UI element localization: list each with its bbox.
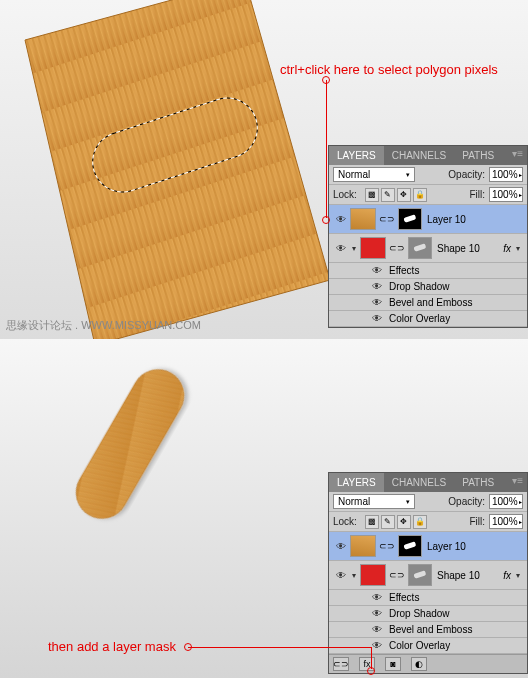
visibility-icon[interactable]: 👁 <box>333 570 349 581</box>
annotation-dot-b2 <box>367 667 375 675</box>
annotation-line-b2 <box>371 647 372 669</box>
tab-paths[interactable]: PATHS <box>454 473 502 492</box>
panel-menu-icon[interactable]: ▾≡ <box>508 146 527 165</box>
opacity-label: Opacity: <box>448 496 485 507</box>
fx-expand-icon[interactable]: ▾ <box>513 244 523 253</box>
document-canvas-bottom <box>0 339 330 678</box>
visibility-icon[interactable]: 👁 <box>369 281 385 292</box>
blend-mode-select[interactable]: Normal▾ <box>333 167 415 182</box>
lock-position-icon[interactable]: ✥ <box>397 515 411 529</box>
opacity-input[interactable]: 100%▸ <box>489 494 523 509</box>
layer-mask-thumb[interactable] <box>398 535 422 557</box>
adjustment-layer-icon[interactable]: ◐ <box>411 657 427 671</box>
visibility-icon[interactable]: 👁 <box>369 265 385 276</box>
tab-layers[interactable]: LAYERS <box>329 473 384 492</box>
layer-thumb <box>350 208 376 230</box>
layer-row-layer10[interactable]: 👁 ⊂⊃ Layer 10 <box>329 205 527 234</box>
layers-panel-top: LAYERS CHANNELS PATHS ▾≡ Normal▾ Opacity… <box>328 145 528 328</box>
layer-row-shape10[interactable]: 👁 ▾ ⊂⊃ Shape 10 fx ▾ <box>329 561 527 590</box>
svg-rect-7 <box>413 243 426 251</box>
layers-panel-bottom: LAYERS CHANNELS PATHS ▾≡ Normal▾ Opacity… <box>328 472 528 674</box>
layer-name[interactable]: Layer 10 <box>427 541 523 552</box>
visibility-icon[interactable]: 👁 <box>333 214 349 225</box>
layer-mask-thumb[interactable] <box>398 208 422 230</box>
effect-bevel-emboss[interactable]: 👁 Bevel and Emboss <box>329 622 527 638</box>
effect-color-overlay[interactable]: 👁 Color Overlay <box>329 311 527 327</box>
effects-row[interactable]: 👁 Effects <box>329 263 527 279</box>
mask-link-icon[interactable]: ⊂⊃ <box>387 243 407 253</box>
layer-name[interactable]: Shape 10 <box>437 243 503 254</box>
lock-pixels-icon[interactable]: ✎ <box>381 188 395 202</box>
expand-icon[interactable]: ▾ <box>349 571 359 580</box>
annotation-dot-b1 <box>184 643 192 651</box>
lock-all-icon[interactable]: 🔒 <box>413 188 427 202</box>
layer-thumb <box>350 535 376 557</box>
panel-menu-icon[interactable]: ▾≡ <box>508 473 527 492</box>
watermark-top: 思缘设计论坛 . WWW.MISSYUAN.COM <box>6 318 201 333</box>
svg-marker-3 <box>25 0 330 339</box>
vector-mask-thumb[interactable] <box>408 564 432 586</box>
effect-drop-shadow[interactable]: 👁 Drop Shadow <box>329 279 527 295</box>
effect-drop-shadow[interactable]: 👁 Drop Shadow <box>329 606 527 622</box>
expand-icon[interactable]: ▾ <box>349 244 359 253</box>
lock-pixels-icon[interactable]: ✎ <box>381 515 395 529</box>
layer-row-layer10[interactable]: 👁 ⊂⊃ Layer 10 <box>329 532 527 561</box>
annotation-dot-start <box>322 76 330 84</box>
annotation-dot-end <box>322 216 330 224</box>
visibility-icon[interactable]: 👁 <box>333 541 349 552</box>
lock-label: Lock: <box>333 189 357 200</box>
fill-input[interactable]: 100%▸ <box>489 514 523 529</box>
layer-name[interactable]: Shape 10 <box>437 570 503 581</box>
vector-mask-thumb[interactable] <box>408 237 432 259</box>
document-canvas-top <box>0 0 330 339</box>
shape-fill-thumb <box>360 237 386 259</box>
mask-link-icon[interactable]: ⊂⊃ <box>387 570 407 580</box>
fx-expand-icon[interactable]: ▾ <box>513 571 523 580</box>
effect-color-overlay[interactable]: 👁 Color Overlay <box>329 638 527 654</box>
fill-label: Fill: <box>469 516 485 527</box>
effects-row[interactable]: 👁 Effects <box>329 590 527 606</box>
fx-badge[interactable]: fx <box>503 570 511 581</box>
svg-rect-6 <box>403 214 416 222</box>
visibility-icon[interactable]: 👁 <box>333 243 349 254</box>
tab-paths[interactable]: PATHS <box>454 146 502 165</box>
fill-label: Fill: <box>469 189 485 200</box>
annotation-line-b <box>188 647 372 648</box>
tab-channels[interactable]: CHANNELS <box>384 146 454 165</box>
tab-layers[interactable]: LAYERS <box>329 146 384 165</box>
lock-all-icon[interactable]: 🔒 <box>413 515 427 529</box>
link-layers-icon[interactable]: ⊂⊃ <box>333 657 349 671</box>
mask-link-icon[interactable]: ⊂⊃ <box>377 541 397 551</box>
lock-transparency-icon[interactable]: ▩ <box>365 188 379 202</box>
visibility-icon[interactable]: 👁 <box>369 624 385 635</box>
shape-fill-thumb <box>360 564 386 586</box>
svg-rect-12 <box>403 541 416 549</box>
mask-link-icon[interactable]: ⊂⊃ <box>377 214 397 224</box>
annotation-ctrl-click: ctrl+click here to select polygon pixels <box>280 62 498 77</box>
tab-channels[interactable]: CHANNELS <box>384 473 454 492</box>
add-mask-icon[interactable]: ◙ <box>385 657 401 671</box>
opacity-label: Opacity: <box>448 169 485 180</box>
opacity-input[interactable]: 100%▸ <box>489 167 523 182</box>
visibility-icon[interactable]: 👁 <box>369 313 385 324</box>
effect-bevel-emboss[interactable]: 👁 Bevel and Emboss <box>329 295 527 311</box>
lock-position-icon[interactable]: ✥ <box>397 188 411 202</box>
layer-name[interactable]: Layer 10 <box>427 214 523 225</box>
annotation-line <box>326 80 327 218</box>
svg-rect-13 <box>413 570 426 578</box>
annotation-add-mask: then add a layer mask <box>48 639 176 654</box>
lock-label: Lock: <box>333 516 357 527</box>
fill-input[interactable]: 100%▸ <box>489 187 523 202</box>
layer-row-shape10[interactable]: 👁 ▾ ⊂⊃ Shape 10 fx ▾ <box>329 234 527 263</box>
visibility-icon[interactable]: 👁 <box>369 608 385 619</box>
blend-mode-select[interactable]: Normal▾ <box>333 494 415 509</box>
svg-rect-11 <box>66 360 193 528</box>
visibility-icon[interactable]: 👁 <box>369 592 385 603</box>
visibility-icon[interactable]: 👁 <box>369 297 385 308</box>
lock-transparency-icon[interactable]: ▩ <box>365 515 379 529</box>
fx-badge[interactable]: fx <box>503 243 511 254</box>
